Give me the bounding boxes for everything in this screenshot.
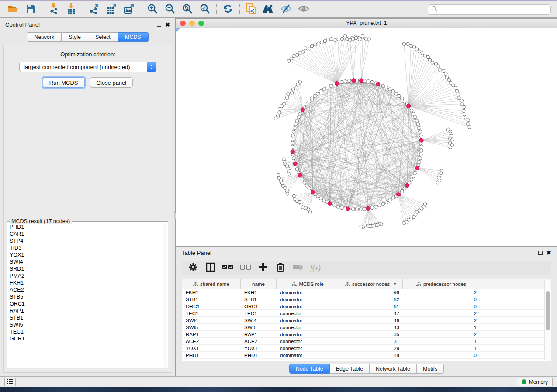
network-node[interactable] [402,42,406,46]
network-node[interactable] [348,79,351,83]
network-node[interactable] [457,96,461,100]
network-node[interactable] [460,99,464,102]
clone-network-button[interactable] [242,3,260,17]
network-node[interactable] [285,96,289,100]
cell-name[interactable]: ORC1 [241,303,277,309]
network-node[interactable] [316,92,319,96]
network-titlebar[interactable]: YPA_prune.txt_1 [176,19,557,28]
network-node[interactable] [319,89,323,93]
zoom-selected-button[interactable] [196,3,214,17]
network-node[interactable] [303,181,306,185]
cell-shared-name[interactable]: PHD1 [182,352,241,358]
network-node[interactable] [284,99,287,103]
column-header-shared-name[interactable]: shared name [182,279,241,289]
cell-shared-name[interactable]: SWI5 [182,324,241,330]
network-node[interactable] [326,86,329,89]
network-node[interactable] [295,119,299,123]
network-node[interactable] [298,51,302,55]
show-all-button[interactable] [295,3,312,17]
network-node[interactable] [436,181,439,184]
network-node[interactable] [277,173,280,177]
cell-MCDS-role[interactable]: dominator [277,296,339,303]
column-header-MCDS-role[interactable]: MCDS role [277,279,339,289]
table-row[interactable]: STB1STB1dominator620 [182,296,551,303]
table-row[interactable]: TEC1TEC1connector472 [182,310,551,317]
network-node[interactable] [391,197,395,200]
network-node[interactable] [418,50,421,53]
cell-MCDS-role[interactable]: dominator [277,317,339,323]
dominator-node[interactable] [352,79,356,83]
tab-node-table[interactable]: Node Table [289,364,330,374]
cell-shared-name[interactable]: STB1 [182,296,241,303]
network-node[interactable] [292,157,295,160]
mcds-result-item[interactable]: SRD1 [10,265,162,272]
dominator-node[interactable] [407,104,411,108]
table-row[interactable]: ORC1ORC1dominator610 [182,303,551,310]
network-node[interactable] [310,97,314,100]
cell-name[interactable]: STB1 [241,296,277,303]
network-node[interactable] [378,204,381,207]
network-node[interactable] [287,172,291,176]
cell-predecessor-nodes[interactable]: 2 [403,317,480,323]
network-node[interactable] [463,105,466,109]
network-node[interactable] [466,122,470,126]
float-table-panel-icon[interactable] [538,251,543,255]
network-node[interactable] [406,42,410,46]
network-node[interactable] [291,138,294,141]
tab-network[interactable]: Network [27,32,62,42]
cell-shared-name[interactable]: TEC1 [182,310,241,316]
mcds-result-item[interactable]: ORC1 [10,300,162,307]
network-node[interactable] [444,72,448,76]
cell-MCDS-role[interactable]: dominator [277,289,339,296]
dominator-node[interactable] [360,79,363,83]
network-node[interactable] [414,171,417,175]
network-node[interactable] [415,119,419,123]
task-history-button[interactable] [4,378,16,386]
network-node[interactable] [304,47,307,50]
network-node[interactable] [274,117,277,120]
dominator-node[interactable] [311,190,315,194]
network-node[interactable] [398,94,401,98]
cell-name[interactable]: PHD1 [241,352,277,358]
run-mcds-button[interactable]: Run MCDS [43,77,85,88]
dominator-node[interactable] [328,202,332,206]
network-node[interactable] [449,81,453,85]
table-row[interactable]: RAP1RAP1dominator352 [182,331,551,338]
tab-style[interactable]: Style [62,32,88,42]
network-node[interactable] [460,103,464,106]
network-node[interactable] [361,34,364,38]
network-node[interactable] [314,43,317,46]
table-row[interactable]: SWI4SWI4dominator462 [182,317,551,324]
network-node[interactable] [292,54,296,58]
cell-successor-nodes[interactable]: 35 [339,331,403,337]
mcds-result-item[interactable]: TID3 [10,244,162,251]
network-node[interactable] [361,38,365,41]
network-node[interactable] [431,61,434,65]
network-node[interactable] [310,44,314,48]
network-node[interactable] [418,126,421,130]
dominator-node[interactable] [335,82,339,86]
cell-shared-name[interactable]: FKH1 [182,289,241,296]
network-node[interactable] [449,146,452,149]
network-node[interactable] [359,208,363,211]
network-node[interactable] [385,86,388,89]
network-node[interactable] [385,201,388,204]
close-panel-icon[interactable]: ✖ [165,22,170,28]
hide-selected-button[interactable] [277,3,295,17]
mcds-result-item[interactable]: YOX1 [10,251,162,258]
network-node[interactable] [437,65,440,68]
table-row[interactable]: FKH1FKH1dominator962 [182,289,551,296]
network-node[interactable] [364,37,368,41]
network-node[interactable] [291,141,294,145]
network-node[interactable] [292,130,295,134]
delete-column-button[interactable] [274,262,287,274]
mcds-result-item[interactable]: PHD1 [10,224,162,230]
tab-mcds[interactable]: MCDS [118,32,149,42]
network-node[interactable] [320,41,324,44]
table-row[interactable]: YOX1YOX1connector291 [182,345,551,352]
network-node[interactable] [454,86,457,90]
cell-name[interactable]: YOX1 [241,345,277,351]
mcds-result-item[interactable]: STB1 [10,314,162,321]
dominator-node[interactable] [419,138,423,142]
zoom-in-button[interactable] [144,3,161,17]
